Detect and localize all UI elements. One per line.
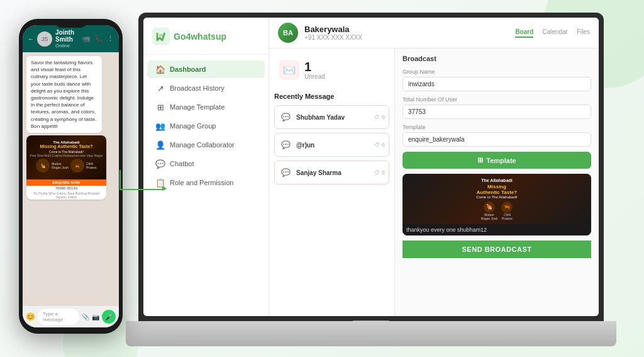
template-icon-btn: ⊞ [477, 156, 483, 164]
content-area: ✉️ 1 Unread Recently Message 💬 Shubham Y… [269, 48, 599, 316]
template-field: Template [402, 124, 591, 147]
sidebar-item-group[interactable]: 👥 Manage Group [147, 117, 265, 135]
phone-notch [55, 19, 87, 28]
back-icon[interactable]: ← [28, 35, 34, 42]
sidebar-item-collaborator[interactable]: 👤 Manage Collaborator [147, 136, 265, 154]
food-items: 🍖 MuttonRogan Josh 🦐 ChilliPrawns [33, 157, 99, 174]
group-name-input[interactable] [402, 77, 591, 91]
message-time-2: ⏱ 6 [374, 142, 385, 148]
preview-item-2: 🦐 ChilliPrawns [501, 201, 513, 220]
collaborator-icon: 👤 [156, 140, 165, 149]
wa-action-buttons: 📹 📞 ⋮ [82, 35, 114, 43]
header-avatar: BA [278, 23, 298, 43]
send-broadcast-button[interactable]: SEND BROADCAST [402, 241, 591, 258]
chat-area: Savor the tantalizing flavors and visual… [23, 52, 119, 306]
tab-files[interactable]: Files [577, 28, 590, 38]
preview-restaurant: The Allahabadi [476, 178, 518, 183]
logo-green-part: whatsup [191, 31, 226, 42]
broadcast-summary-card: ✉️ 1 Unread [274, 55, 389, 85]
message-item-1[interactable]: 💬 Shubham Yadav ⏱ 6 [274, 105, 389, 129]
template-button[interactable]: ⊞ Template [402, 152, 591, 169]
broadcast-icon: ↗ [156, 84, 165, 93]
video-call-icon[interactable]: 📹 [82, 35, 91, 43]
laptop-screen: Go4whatsup 🏠 Dashboard ↗ Broadcast Histo… [143, 18, 599, 316]
food-label-2: ChilliPrawns [86, 162, 97, 169]
sidebar-label-template: Manage Template [170, 103, 225, 111]
phone-mockup: ← JS Jointh Smith Online 📹 📞 ⋮ Savor the… [19, 19, 123, 334]
preview-headline: MissingAuthentic Taste? [476, 184, 518, 195]
logo-black-part: Go4 [174, 31, 191, 42]
template-input[interactable] [402, 132, 591, 147]
group-name-label: Group Name [402, 69, 591, 75]
laptop-mockup: Go4whatsup 🏠 Dashboard ↗ Broadcast Histo… [126, 13, 616, 346]
recently-message-title: Recently Message [274, 93, 389, 100]
food-label-1: MuttonRogan Josh [52, 162, 69, 169]
total-users-label: Total Number Of User [402, 96, 591, 103]
left-panel: ✉️ 1 Unread Recently Message 💬 Shubham Y… [269, 48, 395, 316]
sidebar-item-dashboard[interactable]: 🏠 Dashboard [147, 60, 265, 78]
sidebar-item-template[interactable]: ⊞ Manage Template [147, 98, 265, 116]
more-options-icon[interactable]: ⋮ [107, 35, 114, 43]
template-button-label: Template [486, 157, 516, 164]
total-users-field: Total Number Of User [402, 96, 591, 119]
food-item-2: 🦐 [70, 159, 84, 173]
sidebar-label-dashboard: Dashboard [170, 65, 206, 73]
preview-caption: thankyou every one shubham12 [402, 224, 591, 235]
main-area: BA Bakerywala +91 XXX XXX XXXX Board Cal… [269, 18, 599, 316]
message-time-1: ⏱ 6 [374, 114, 385, 120]
emoji-icon[interactable]: 😊 [26, 312, 35, 321]
contact-name: Jointh Smith [55, 29, 79, 43]
logo-text: Go4whatsup [174, 31, 226, 42]
header-tabs: Board Calendar Files [515, 28, 590, 38]
message-avatar-1: 💬 [279, 110, 292, 124]
food-address: 43, Pushp Vihar Colony, Near Bombay Hosp… [26, 191, 106, 200]
sidebar-label-chatbot: Chatbot [170, 160, 194, 167]
right-panel: Broadcast Group Name Total Number Of Use… [395, 48, 599, 316]
preview-card: The Allahabadi MissingAuthentic Taste? C… [402, 174, 591, 235]
dashboard-icon: 🏠 [156, 65, 165, 74]
food-card-image: The Allahabadi Missing Authentic Taste? … [26, 135, 106, 179]
call-icon[interactable]: 📞 [94, 35, 103, 43]
contact-header-name: Bakerywala [304, 25, 515, 34]
total-users-input[interactable] [402, 105, 591, 119]
preview-food-content: The Allahabadi MissingAuthentic Taste? C… [474, 176, 520, 223]
contact-avatar: JS [37, 31, 52, 47]
message-text: Savor the tantalizing flavors and visual… [31, 60, 97, 129]
text-message-bubble: Savor the tantalizing flavors and visual… [26, 56, 102, 133]
attachment-icon[interactable]: 📎 [82, 314, 89, 320]
contact-status: Online [55, 43, 79, 48]
group-name-field: Group Name [402, 69, 591, 91]
logo-area: Go4whatsup [143, 25, 269, 55]
message-item-3[interactable]: 💬 Sanjay Sharma ⏱ 6 [274, 161, 389, 184]
camera-icon[interactable]: 📷 [92, 314, 99, 320]
broadcast-envelope-icon: ✉️ [279, 60, 299, 80]
sidebar-item-chatbot[interactable]: 💬 Chatbot [147, 155, 265, 173]
tab-calendar[interactable]: Calendar [542, 28, 568, 38]
chat-input-area: 😊 Type a message 📎 📷 🎤 [23, 306, 119, 327]
sidebar: Go4whatsup 🏠 Dashboard ↗ Broadcast Histo… [143, 18, 269, 316]
broadcast-label: Unread [304, 73, 325, 80]
broadcast-count: 1 [304, 60, 325, 73]
message-item-2[interactable]: 💬 @r)un ⏱ 6 [274, 133, 389, 157]
preview-food-image: The Allahabadi MissingAuthentic Taste? C… [402, 174, 591, 224]
message-avatar-3: 💬 [279, 166, 292, 179]
template-label: Template [402, 124, 591, 130]
food-headline: Missing Authentic Taste? [40, 144, 92, 149]
food-phone-number: 78980-85184 [26, 186, 106, 191]
sidebar-item-broadcast[interactable]: ↗ Broadcast History [147, 79, 265, 97]
broadcast-form-title: Broadcast [402, 55, 591, 62]
header-info: Bakerywala +91 XXX XXX XXXX [304, 25, 515, 41]
message-input[interactable]: Type a message [38, 309, 79, 325]
voice-send-button[interactable]: 🎤 [102, 310, 116, 324]
whatsapp-header: ← JS Jointh Smith Online 📹 📞 ⋮ [23, 25, 119, 52]
message-avatar-2: 💬 [279, 138, 292, 152]
preview-food-row: 🍖 MuttonRogan Josh 🦐 ChilliPrawns [476, 201, 518, 220]
laptop-base [126, 321, 616, 346]
tab-board[interactable]: Board [515, 28, 533, 38]
contact-info: Jointh Smith Online [55, 29, 79, 48]
sidebar-label-collaborator: Manage Collaborator [170, 141, 235, 149]
phone-screen: ← JS Jointh Smith Online 📹 📞 ⋮ Savor the… [23, 25, 119, 327]
food-cta-button[interactable]: ENQUIRE NOW [26, 179, 106, 186]
message-name-3: Sanjay Sharma [296, 169, 341, 176]
sidebar-label-role: Role and Permission [170, 179, 234, 186]
